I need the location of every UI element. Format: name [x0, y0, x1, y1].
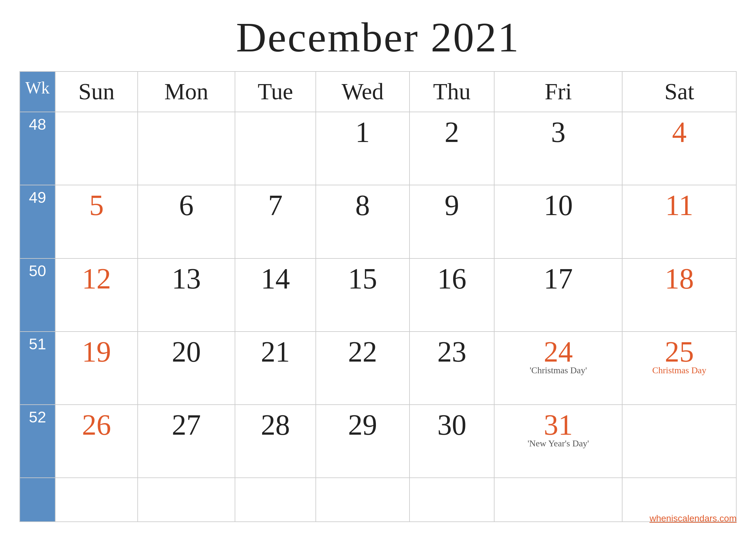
day-number: 16 [413, 262, 492, 295]
day-number: 19 [58, 335, 135, 368]
day-number: 13 [141, 262, 232, 295]
day-number: 22 [319, 335, 407, 368]
day-number: 15 [319, 262, 407, 295]
day-cell: 3 [494, 112, 622, 185]
empty-day-cell [494, 478, 622, 522]
calendar-row-50: 5012131415161718 [20, 259, 736, 331]
week-number-51: 51 [20, 331, 55, 405]
day-cell: 21 [235, 331, 316, 405]
day-cell: 24'Christmas Day' [494, 331, 622, 405]
empty-day-cell [138, 478, 235, 522]
day-number: 18 [625, 262, 733, 295]
day-number: 2 [413, 116, 492, 149]
day-number: 28 [238, 408, 313, 441]
holiday-label: 'Christmas Day' [497, 365, 619, 376]
day-cell: 30 [410, 405, 495, 478]
day-cell: 4 [622, 112, 736, 185]
day-cell: 18 [622, 259, 736, 331]
day-number: 7 [238, 188, 313, 222]
day-cell: 12 [55, 259, 138, 331]
day-cell [622, 405, 736, 478]
day-number: 24 [497, 335, 619, 368]
watermark-link[interactable]: wheniscalendars.com [650, 513, 737, 523]
empty-day-cell [235, 478, 316, 522]
day-cell: 17 [494, 259, 622, 331]
day-cell: 9 [410, 185, 495, 258]
day-number: 20 [141, 335, 232, 368]
day-number: 31 [497, 408, 619, 441]
day-cell: 6 [138, 185, 235, 258]
empty-row [20, 478, 736, 522]
empty-day-cell [410, 478, 495, 522]
day-cell: 1 [316, 112, 410, 185]
calendar-row-49: 49567891011 [20, 185, 736, 258]
day-header-wed: Wed [316, 71, 410, 112]
calendar-row-48: 481234 [20, 112, 736, 185]
day-cell: 16 [410, 259, 495, 331]
day-cell [55, 112, 138, 185]
day-header-fri: Fri [494, 71, 622, 112]
week-number-52: 52 [20, 405, 55, 478]
week-number-49: 49 [20, 185, 55, 258]
wk-header: Wk [20, 71, 55, 112]
day-number: 23 [413, 335, 492, 368]
day-number: 5 [58, 188, 135, 222]
calendar-row-52: 52262728293031'New Year's Day' [20, 405, 736, 478]
day-number: 9 [413, 188, 492, 222]
day-number: 29 [319, 408, 407, 441]
day-cell: 27 [138, 405, 235, 478]
holiday-label: 'New Year's Day' [497, 438, 619, 449]
day-cell: 28 [235, 405, 316, 478]
day-cell: 26 [55, 405, 138, 478]
day-cell [138, 112, 235, 185]
day-number: 10 [497, 188, 619, 222]
day-header-tue: Tue [235, 71, 316, 112]
day-number: 17 [497, 262, 619, 295]
day-cell: 5 [55, 185, 138, 258]
day-cell: 14 [235, 259, 316, 331]
day-number: 8 [319, 188, 407, 222]
day-cell: 11 [622, 185, 736, 258]
day-cell: 13 [138, 259, 235, 331]
day-cell: 19 [55, 331, 138, 405]
day-number: 30 [413, 408, 492, 441]
day-number: 1 [319, 116, 407, 149]
calendar-wrapper: Wk Sun Mon Tue Wed Thu Fri Sat 481234495… [19, 71, 737, 522]
calendar-table: Wk Sun Mon Tue Wed Thu Fri Sat 481234495… [19, 71, 737, 522]
empty-week-cell [20, 478, 55, 522]
day-cell: 15 [316, 259, 410, 331]
page-title: December 2021 [236, 13, 520, 62]
day-number: 26 [58, 408, 135, 441]
day-number: 12 [58, 262, 135, 295]
day-cell [235, 112, 316, 185]
header-row: Wk Sun Mon Tue Wed Thu Fri Sat [20, 71, 736, 112]
day-cell: 10 [494, 185, 622, 258]
day-number: 11 [625, 188, 733, 222]
watermark[interactable]: wheniscalendars.com [650, 513, 737, 524]
empty-day-cell [55, 478, 138, 522]
day-cell: 23 [410, 331, 495, 405]
day-header-sun: Sun [55, 71, 138, 112]
day-cell: 22 [316, 331, 410, 405]
day-number: 21 [238, 335, 313, 368]
holiday-label: Christmas Day [625, 365, 733, 376]
day-number: 27 [141, 408, 232, 441]
week-number-48: 48 [20, 112, 55, 185]
day-cell: 8 [316, 185, 410, 258]
day-cell: 2 [410, 112, 495, 185]
day-number: 4 [625, 116, 733, 149]
calendar-row-51: 51192021222324'Christmas Day'25Christmas… [20, 331, 736, 405]
day-header-sat: Sat [622, 71, 736, 112]
week-number-50: 50 [20, 259, 55, 331]
day-number: 3 [497, 116, 619, 149]
day-cell: 25Christmas Day [622, 331, 736, 405]
day-cell: 29 [316, 405, 410, 478]
day-cell: 31'New Year's Day' [494, 405, 622, 478]
day-header-mon: Mon [138, 71, 235, 112]
day-number: 6 [141, 188, 232, 222]
day-cell: 20 [138, 331, 235, 405]
day-number: 14 [238, 262, 313, 295]
empty-day-cell [316, 478, 410, 522]
day-cell: 7 [235, 185, 316, 258]
day-header-thu: Thu [410, 71, 495, 112]
